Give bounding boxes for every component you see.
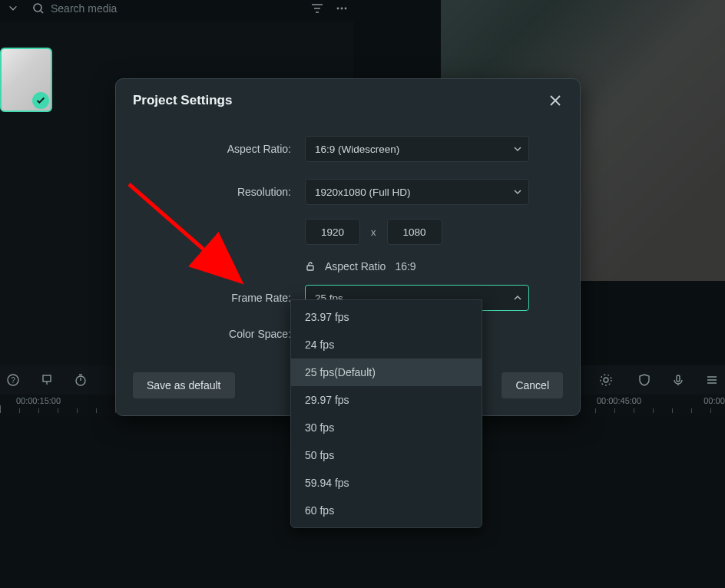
resolution-value: 1920x1080 (Full HD)	[315, 187, 411, 198]
svg-rect-15	[307, 266, 313, 270]
close-icon[interactable]	[548, 93, 563, 108]
svg-text:?: ?	[11, 376, 15, 385]
frame-rate-option[interactable]: 59.94 fps	[291, 469, 482, 497]
width-input[interactable]: 1920	[305, 219, 360, 245]
frame-rate-option[interactable]: 29.97 fps	[291, 386, 482, 414]
more-icon[interactable]	[335, 2, 349, 15]
lock-value: 16:9	[395, 260, 415, 273]
svg-point-0	[34, 4, 41, 12]
chevron-down-icon	[513, 187, 522, 197]
aspect-ratio-value: 16:9 (Widescreen)	[315, 144, 399, 155]
save-default-button[interactable]: Save as default	[133, 372, 235, 398]
color-space-label: Color Space:	[137, 328, 305, 340]
cancel-button[interactable]: Cancel	[502, 372, 563, 398]
help-icon[interactable]: ?	[5, 372, 22, 388]
resolution-label: Resolution:	[137, 186, 305, 198]
search-input[interactable]: Search media	[51, 2, 117, 15]
chevron-down-icon[interactable]	[8, 3, 18, 14]
ruler-label: 00:00	[703, 396, 725, 405]
svg-line-1	[41, 11, 43, 13]
svg-point-3	[341, 8, 343, 10]
frame-rate-option[interactable]: 50 fps	[291, 441, 482, 469]
marker-icon[interactable]	[38, 372, 55, 388]
svg-point-2	[337, 8, 339, 10]
svg-point-12	[604, 378, 608, 382]
timer-icon[interactable]	[72, 372, 89, 388]
frame-rate-option[interactable]: 60 fps	[291, 497, 482, 524]
settings-gear-icon[interactable]	[598, 372, 614, 388]
filter-icon[interactable]	[310, 2, 324, 15]
check-icon	[32, 92, 49, 109]
frame-rate-option[interactable]: 24 fps	[291, 331, 482, 358]
frame-rate-option[interactable]: 23.97 fps	[291, 303, 482, 331]
svg-point-4	[345, 8, 347, 10]
search-icon[interactable]	[32, 2, 45, 15]
svg-rect-7	[43, 375, 51, 382]
ruler-label: 00:00:15:00	[16, 396, 61, 405]
unlock-icon[interactable]	[305, 261, 316, 272]
audio-icon[interactable]	[703, 372, 720, 388]
frame-rate-option[interactable]: 30 fps	[291, 414, 482, 441]
chevron-down-icon	[513, 144, 522, 154]
media-thumbnail[interactable]	[0, 48, 52, 112]
height-input[interactable]: 1080	[387, 219, 442, 245]
frame-rate-dropdown: 23.97 fps24 fps25 fps(Default)29.97 fps3…	[290, 299, 482, 528]
frame-rate-label: Frame Rate:	[137, 292, 305, 304]
svg-rect-14	[677, 375, 680, 382]
dimension-x: x	[371, 226, 376, 238]
mic-icon[interactable]	[670, 372, 687, 388]
aspect-ratio-select[interactable]: 16:9 (Widescreen)	[305, 136, 529, 162]
svg-point-13	[601, 375, 611, 385]
chevron-up-icon	[513, 293, 522, 302]
lock-label: Aspect Ratio	[325, 260, 386, 273]
resolution-select[interactable]: 1920x1080 (Full HD)	[305, 179, 529, 205]
shield-icon[interactable]	[636, 372, 653, 388]
ruler-label: 00:00:45:00	[597, 396, 641, 405]
frame-rate-option[interactable]: 25 fps(Default)	[291, 358, 482, 386]
dialog-title: Project Settings	[133, 93, 232, 108]
aspect-ratio-label: Aspect Ratio:	[137, 143, 305, 155]
